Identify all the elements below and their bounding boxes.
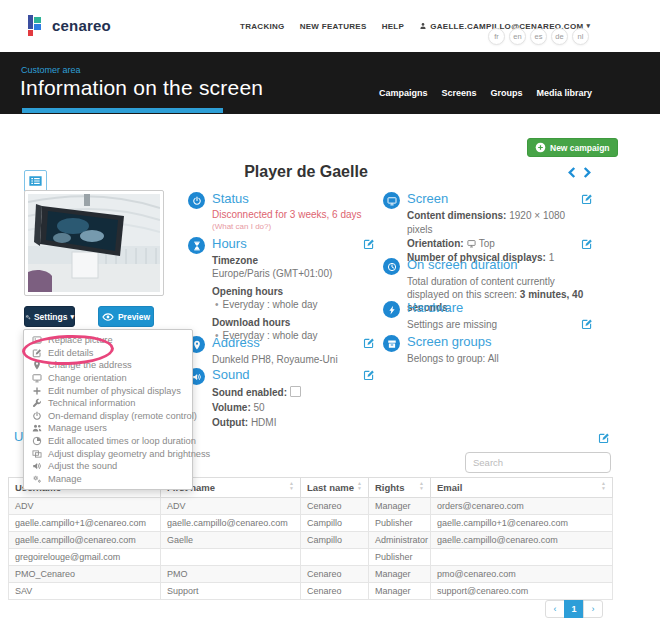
settings-button[interactable]: Settings ▾ — [24, 306, 75, 327]
banner-nav: Campaigns Screens Groups Media library — [379, 88, 592, 98]
gears-icon — [32, 474, 42, 484]
column-last-name[interactable]: Last name — [301, 478, 369, 498]
menu-item-change-orientation[interactable]: Change orientation — [24, 372, 192, 385]
status-help-link[interactable]: (What can I do?) — [212, 221, 372, 233]
list-view-button[interactable] — [24, 170, 47, 192]
column-rights[interactable]: Rights — [369, 478, 431, 498]
new-campaign-button[interactable]: New campaign — [527, 138, 618, 157]
username-link[interactable]: gregoirelouge@gmail.com — [9, 549, 161, 566]
menu-item-change-address[interactable]: Change the address — [24, 359, 192, 372]
status-section: Status Disconnected for 3 weeks, 6 days … — [188, 192, 372, 233]
pagination-page-1[interactable]: 1 — [564, 600, 584, 618]
nav-media-library[interactable]: Media library — [536, 88, 592, 98]
caret-down-icon: ▾ — [70, 313, 74, 321]
table-row: PMO_Cenareo PMO Cenareo Manager pmo@cena… — [9, 566, 613, 583]
nav-screens[interactable]: Screens — [441, 88, 476, 98]
menu-item-edit-displays[interactable]: Edit number of physical displays — [24, 384, 192, 397]
plus-icon — [32, 386, 42, 396]
wrench-icon — [32, 398, 42, 408]
status-title: Status — [212, 192, 372, 206]
hours-title: Hours — [212, 237, 372, 251]
monitor-icon — [383, 192, 400, 209]
username-link[interactable]: ADV — [9, 498, 161, 515]
box-icon — [383, 335, 400, 352]
hourglass-icon — [188, 237, 205, 254]
edit-users-icon[interactable] — [598, 432, 610, 444]
groups-label: Belongs to group: — [407, 353, 485, 364]
sound-enabled-label: Sound enabled: — [212, 387, 287, 398]
sort-icon — [419, 481, 426, 490]
pagination-next-button[interactable]: › — [583, 600, 603, 618]
player-pager — [566, 165, 593, 180]
volume-icon — [32, 461, 42, 471]
lang-es[interactable]: es — [530, 28, 547, 45]
lang-fr[interactable]: fr — [488, 28, 505, 45]
clock-icon — [32, 436, 42, 446]
menu-item-replace-picture[interactable]: Replace picture — [24, 334, 192, 347]
eye-icon — [102, 311, 114, 323]
username-link[interactable]: PMO_Cenareo — [9, 566, 161, 583]
username-link[interactable]: gaelle.campillo@cenareo.com — [9, 532, 161, 549]
nav-groups[interactable]: Groups — [490, 88, 522, 98]
sound-section: Sound Sound enabled: Volume: 50 Output: … — [188, 368, 372, 430]
table-row: SAV Support Cenareo Manager support@cena… — [9, 583, 613, 600]
preview-button[interactable]: Preview — [98, 306, 154, 327]
menu-item-manage-users[interactable]: Manage users — [24, 422, 192, 435]
menu-item-manage[interactable]: Manage — [24, 473, 192, 486]
address-value: Dunkeld PH8, Royaume-Uni — [212, 353, 372, 366]
orientation-label: Orientation: — [407, 238, 464, 249]
opening-hours-value: Everyday : whole day — [223, 299, 318, 310]
menu-item-on-demand-display[interactable]: On-demand display (remote control) — [24, 410, 192, 423]
edit-address-icon[interactable] — [363, 337, 375, 349]
orientation-value: Top — [479, 238, 495, 249]
edit-hours-icon[interactable] — [363, 238, 375, 250]
hours-section: Hours Timezone Europe/Paris (GMT+01:00) … — [188, 237, 372, 342]
nav-campaigns[interactable]: Campaigns — [379, 88, 428, 98]
edit-sound-icon[interactable] — [363, 369, 375, 381]
menu-item-technical-information[interactable]: Technical information — [24, 397, 192, 410]
bullet-icon: • — [215, 299, 219, 310]
nav-tracking[interactable]: TRACKING — [240, 22, 285, 31]
edit-hardware-icon[interactable] — [581, 318, 593, 330]
nav-new-features[interactable]: NEW FEATURES — [300, 22, 367, 31]
table-row: ADV ADV Cenareo Manager orders@cenareo.c… — [9, 498, 613, 515]
lang-nl[interactable]: nl — [572, 28, 589, 45]
sound-enabled-checkbox[interactable] — [290, 386, 301, 397]
search-input[interactable] — [465, 452, 611, 473]
image-icon — [32, 335, 42, 345]
logo[interactable]: cenareo — [28, 15, 111, 36]
nav-help[interactable]: HELP — [382, 22, 405, 31]
map-marker-icon — [32, 360, 42, 370]
menu-item-adjust-geometry[interactable]: Adjust display geometry and brightness — [24, 447, 192, 460]
previous-player-icon[interactable] — [566, 165, 578, 180]
menu-item-edit-allocated-times[interactable]: Edit allocated times or loop duration — [24, 435, 192, 448]
timezone-label: Timezone — [212, 254, 372, 267]
lang-en[interactable]: en — [509, 28, 526, 45]
table-row: gregoirelouge@gmail.com Publisher — [9, 549, 613, 566]
monitor-icon — [32, 373, 42, 383]
screen-groups-section: Screen groups Belongs to group: All — [383, 335, 593, 365]
power-icon — [188, 192, 205, 209]
groups-value: All — [488, 353, 499, 364]
hardware-title: Hardware — [407, 301, 593, 315]
lang-de[interactable]: de — [551, 28, 568, 45]
output-label: Output: — [212, 417, 248, 428]
username-link[interactable]: gaelle.campillo+1@cenareo.com — [9, 515, 161, 532]
edit-displays-icon[interactable] — [581, 238, 593, 250]
title-underline — [22, 108, 223, 113]
menu-item-adjust-sound[interactable]: Adjust the sound — [24, 460, 192, 473]
volume-value: 50 — [254, 402, 265, 413]
username-link[interactable]: SAV — [9, 583, 161, 600]
menu-item-edit-details[interactable]: Edit details — [24, 347, 192, 360]
page: cenareo TRACKING NEW FEATURES HELP GAELL… — [0, 0, 660, 640]
volume-label: Volume: — [212, 402, 251, 413]
next-player-icon[interactable] — [581, 165, 593, 180]
status-message: Disconnected for 3 weeks, 6 days — [212, 209, 372, 221]
list-icon — [28, 174, 43, 188]
pagination-prev-button[interactable]: ‹ — [545, 600, 565, 618]
timezone-value: Europe/Paris (GMT+01:00) — [212, 267, 372, 280]
duration-title: On screen duration — [407, 258, 593, 272]
edit-screen-icon[interactable] — [581, 193, 593, 205]
column-email[interactable]: Email — [431, 478, 613, 498]
orientation-monitor-icon — [466, 239, 477, 248]
